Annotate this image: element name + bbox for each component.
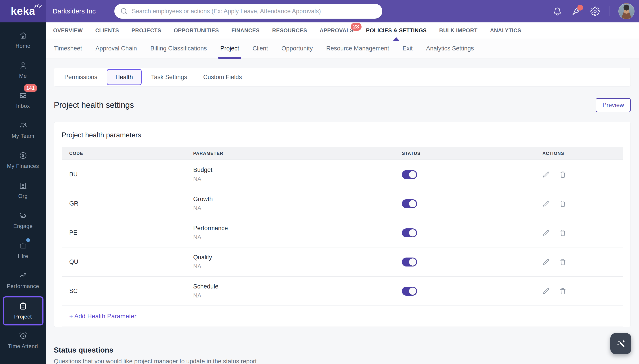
edit-icon[interactable]	[542, 200, 550, 208]
param-code: BU	[62, 171, 186, 178]
nav-item-analytics[interactable]: ANALYTICS	[484, 22, 528, 38]
column-header-code: CODE	[62, 151, 186, 156]
sidebar-item-my-finances[interactable]: My Finances	[3, 149, 44, 172]
param-name: Budget	[193, 166, 394, 174]
sparkle-icon	[34, 1, 42, 8]
preview-button[interactable]: Preview	[596, 98, 631, 112]
bell-icon	[553, 6, 562, 16]
nav-item-bulk-import[interactable]: BULK IMPORT	[433, 22, 484, 38]
sidebar-item-me[interactable]: Me	[3, 59, 44, 82]
sidebar-item-time-attend[interactable]: Time Attend	[3, 329, 44, 352]
my-team-icon	[19, 121, 27, 130]
wand-icon	[615, 338, 627, 350]
sidebar-item-inbox[interactable]: 141 Inbox	[3, 89, 44, 112]
settings-subnav: TimesheetApproval ChainBilling Classific…	[46, 38, 639, 59]
sidebar-item-label: Performance	[7, 283, 39, 289]
subnav-item-opportunity[interactable]: Opportunity	[275, 38, 320, 58]
add-health-parameter-link[interactable]: + Add Health Parameter	[69, 313, 136, 320]
tab-custom-fields[interactable]: Custom Fields	[195, 68, 250, 86]
sidebar-item-my-team[interactable]: My Team	[3, 119, 44, 142]
sidebar-item-home[interactable]: Home	[3, 29, 44, 52]
health-parameters-table: CODE PARAMETER STATUS ACTIONS BU Budget …	[62, 147, 623, 306]
subnav-item-approval-chain[interactable]: Approval Chain	[89, 38, 144, 58]
subnav-item-client[interactable]: Client	[246, 38, 275, 58]
status-toggle[interactable]	[402, 287, 417, 296]
status-toggle[interactable]	[402, 170, 417, 179]
nav-item-opportunities[interactable]: OPPORTUNITIES	[168, 22, 225, 38]
nav-item-approvals[interactable]: APPROVALS 23	[313, 22, 360, 38]
subnav-item-exit[interactable]: Exit	[396, 38, 419, 58]
sidebar-item-project[interactable]: Project	[3, 296, 44, 326]
me-icon	[19, 61, 27, 70]
search-icon	[120, 8, 128, 15]
delete-icon[interactable]	[559, 171, 566, 178]
inbox-count-badge: 141	[24, 84, 38, 92]
status-toggle[interactable]	[402, 199, 417, 208]
tab-task-settings[interactable]: Task Settings	[143, 68, 195, 86]
delete-icon[interactable]	[559, 287, 566, 295]
table-row: GR Growth NA	[62, 189, 623, 218]
column-header-status: STATUS	[394, 151, 535, 156]
sidebar-item-label: Me	[19, 73, 27, 79]
page-title: Project health settings	[54, 100, 134, 110]
nav-item-finances[interactable]: FINANCES	[225, 22, 266, 38]
sidebar-item-label: Time Attend	[8, 343, 38, 350]
section-title: Project health parameters	[62, 131, 623, 139]
sidebar-item-label: My Finances	[7, 163, 39, 169]
sidebar: Home Me 141 Inbox My Team My	[0, 22, 46, 364]
table-row: BU Budget NA	[62, 160, 623, 189]
param-name: Performance	[193, 225, 394, 232]
home-icon	[19, 31, 27, 40]
health-parameters-card: Project health parameters CODE PARAMETER…	[54, 122, 631, 327]
subnav-item-project[interactable]: Project	[214, 38, 246, 58]
delete-icon[interactable]	[559, 200, 566, 208]
sidebar-item-hire[interactable]: Hire	[3, 239, 44, 262]
edit-icon[interactable]	[542, 229, 550, 237]
subnav-item-resource-management[interactable]: Resource Management	[320, 38, 396, 58]
settings-button[interactable]	[590, 6, 600, 16]
tab-permissions[interactable]: Permissions	[56, 68, 105, 86]
sidebar-item-performance[interactable]: Performance	[3, 269, 44, 292]
keka-logo[interactable]: keka	[0, 0, 46, 22]
tab-health[interactable]: Health	[107, 69, 142, 85]
param-sub-value: NA	[193, 263, 394, 270]
company-name[interactable]: Darksiders Inc	[53, 8, 96, 15]
nav-item-resources[interactable]: RESOURCES	[266, 22, 313, 38]
subnav-item-billing-classifications[interactable]: Billing Classifications	[144, 38, 214, 58]
keka-logo-text: keka	[11, 5, 35, 17]
notifications-button[interactable]	[552, 6, 562, 16]
project-settings-tabs: PermissionsHealthTask SettingsCustom Fie…	[54, 68, 631, 86]
status-toggle[interactable]	[402, 228, 417, 237]
nav-item-projects[interactable]: PROJECTS	[125, 22, 168, 38]
sidebar-item-org[interactable]: Org	[3, 179, 44, 202]
status-toggle[interactable]	[402, 258, 417, 266]
delete-icon[interactable]	[559, 258, 566, 266]
param-sub-value: NA	[193, 234, 394, 241]
inbox-icon: 141	[19, 91, 27, 100]
whats-new-button[interactable]	[571, 6, 581, 16]
edit-icon[interactable]	[542, 258, 550, 266]
project-icon	[19, 302, 27, 310]
sidebar-item-label: Project	[14, 314, 32, 320]
subnav-item-analytics-settings[interactable]: Analytics Settings	[419, 38, 480, 58]
search-input[interactable]	[132, 8, 376, 15]
param-name: Growth	[193, 196, 394, 202]
sidebar-item-label: My Team	[12, 133, 34, 139]
subnav-item-timesheet[interactable]: Timesheet	[47, 38, 89, 58]
edit-icon[interactable]	[542, 287, 550, 295]
table-header: CODE PARAMETER STATUS ACTIONS	[62, 147, 623, 160]
edit-icon[interactable]	[542, 171, 550, 178]
table-row: QU Quality NA	[62, 248, 623, 276]
user-avatar[interactable]	[618, 3, 634, 19]
param-name: Quality	[193, 254, 394, 261]
nav-item-policies-settings[interactable]: POLICIES & SETTINGS	[360, 22, 433, 38]
sidebar-item-engage[interactable]: Engage	[3, 209, 44, 232]
delete-icon[interactable]	[559, 229, 566, 237]
nav-item-clients[interactable]: CLIENTS	[89, 22, 125, 38]
table-body: BU Budget NA GR	[62, 160, 623, 306]
status-questions-title: Status questions	[54, 346, 631, 354]
magic-wand-button[interactable]	[610, 333, 632, 354]
active-nav-indicator	[393, 37, 400, 41]
nav-item-overview[interactable]: OVERVIEW	[47, 22, 89, 38]
main-nav: OVERVIEW CLIENTS PROJECTS OPPORTUNITIES …	[46, 22, 639, 38]
